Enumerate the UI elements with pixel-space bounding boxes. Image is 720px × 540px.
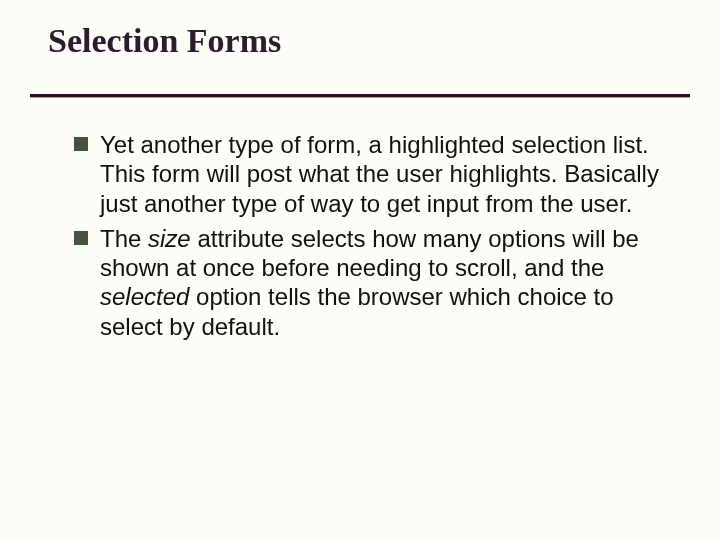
emphasis-size: size bbox=[148, 225, 191, 252]
bullet-text: The size attribute selects how many opti… bbox=[100, 225, 639, 340]
emphasis-selected: selected bbox=[100, 283, 189, 310]
divider-light bbox=[30, 97, 690, 98]
list-item: The size attribute selects how many opti… bbox=[74, 224, 660, 341]
square-bullet-icon bbox=[74, 231, 88, 245]
slide-title: Selection Forms bbox=[48, 22, 281, 60]
text-run: The bbox=[100, 225, 148, 252]
bullet-text: Yet another type of form, a highlighted … bbox=[100, 131, 659, 217]
slide: Selection Forms Yet another type of form… bbox=[0, 0, 720, 540]
slide-body: Yet another type of form, a highlighted … bbox=[74, 130, 660, 347]
square-bullet-icon bbox=[74, 137, 88, 151]
list-item: Yet another type of form, a highlighted … bbox=[74, 130, 660, 218]
